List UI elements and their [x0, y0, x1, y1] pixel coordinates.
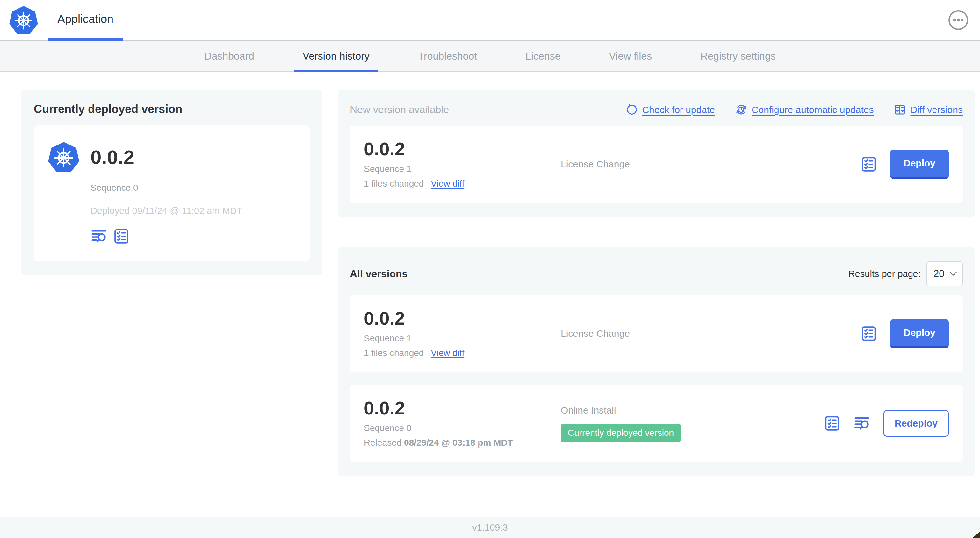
tab-label: Troubleshoot	[418, 50, 477, 62]
diff-versions-link[interactable]: Diff versions	[894, 104, 963, 116]
deploy-button[interactable]: Deploy	[890, 319, 949, 348]
new-version-section: New version available Check for update C…	[338, 90, 975, 217]
files-changed-text: 1 files changed	[364, 179, 424, 189]
version-row: 0.0.2 Sequence 1 1 files changed View di…	[350, 295, 963, 372]
tab-license[interactable]: License	[517, 41, 569, 71]
main-content: Currently deployed version 0.0.2 Sequenc…	[0, 72, 980, 517]
currently-deployed-panel: Currently deployed version 0.0.2 Sequenc…	[21, 90, 323, 275]
versions-column: New version available Check for update C…	[338, 90, 975, 476]
version-config-button[interactable]	[860, 156, 877, 173]
released-prefix: Released	[364, 438, 401, 448]
version-source-block: License Change	[561, 328, 860, 339]
diff-versions-label: Diff versions	[910, 105, 963, 115]
deployed-version-number: 0.0.2	[91, 148, 134, 167]
app-title: Application	[57, 13, 113, 26]
topbar-spacer	[123, 0, 948, 40]
check-for-update-label: Check for update	[642, 105, 714, 115]
version-source: Online Install	[561, 405, 824, 416]
version-config-button[interactable]	[113, 228, 130, 245]
tab-registry-settings[interactable]: Registry settings	[692, 41, 784, 71]
deploy-logs-button[interactable]	[854, 415, 871, 432]
deployed-sequence: Sequence 0	[91, 183, 297, 193]
deployed-version-card: 0.0.2 Sequence 0 Deployed 09/11/24 @ 11:…	[34, 125, 310, 261]
all-versions-section: All versions Results per page: 20 0.0.2 …	[338, 248, 975, 476]
version-source-block: License Change	[561, 159, 860, 170]
tab-troubleshoot[interactable]: Troubleshoot	[410, 41, 485, 71]
version-info: 0.0.2 Sequence 1 1 files changed View di…	[364, 140, 561, 189]
version-source: License Change	[561, 159, 860, 170]
version-source: License Change	[561, 328, 860, 339]
version-sequence: Sequence 1	[364, 333, 561, 343]
files-changed-row: 1 files changed View diff	[364, 348, 561, 358]
version-info: 0.0.2 Sequence 0 Released 08/29/24 @ 03:…	[364, 399, 561, 448]
app-subnav: Dashboard Version history Troubleshoot L…	[0, 41, 980, 72]
console-version: v1.109.3	[472, 522, 508, 533]
tab-label: License	[525, 50, 560, 62]
deployed-version-meta: Sequence 0 Deployed 09/11/24 @ 11:02 am …	[91, 183, 297, 245]
tab-dashboard[interactable]: Dashboard	[196, 41, 262, 71]
version-actions: Deploy	[860, 319, 949, 348]
logs-icon	[91, 228, 108, 245]
tab-view-files[interactable]: View files	[601, 41, 660, 71]
tab-version-history[interactable]: Version history	[294, 41, 378, 71]
kubernetes-logo[interactable]	[9, 5, 38, 35]
version-number: 0.0.2	[364, 140, 561, 158]
clock-refresh-icon	[735, 104, 747, 116]
all-versions-header: All versions Results per page: 20	[350, 261, 963, 286]
checklist-icon	[113, 228, 130, 245]
new-version-title: New version available	[350, 104, 449, 116]
update-actions: Check for update Configure automatic upd…	[626, 104, 963, 116]
diff-icon	[894, 104, 906, 116]
version-info: 0.0.2 Sequence 1 1 files changed View di…	[364, 309, 561, 358]
deployed-version-actions	[91, 228, 297, 245]
tab-label: Dashboard	[204, 50, 254, 62]
check-for-update-link[interactable]: Check for update	[626, 104, 714, 116]
version-actions: Deploy	[860, 150, 949, 179]
top-header: Application	[0, 0, 980, 41]
version-sequence: Sequence 1	[364, 164, 561, 174]
version-sequence: Sequence 0	[364, 423, 561, 433]
tab-label: Version history	[303, 50, 369, 62]
app-footer: v1.109.3	[0, 517, 980, 538]
version-config-button[interactable]	[824, 415, 841, 432]
version-source-block: Online Install Currently deployed versio…	[561, 405, 824, 442]
version-number: 0.0.2	[364, 399, 561, 417]
logs-icon	[854, 415, 871, 432]
checklist-icon	[824, 415, 841, 432]
new-version-header: New version available Check for update C…	[350, 104, 963, 116]
deploy-button[interactable]: Deploy	[890, 150, 949, 179]
ellipsis-menu-icon	[948, 10, 969, 30]
view-diff-link[interactable]: View diff	[431, 348, 464, 358]
tab-label: Registry settings	[700, 50, 776, 62]
configure-automatic-updates-link[interactable]: Configure automatic updates	[735, 104, 874, 116]
app-tab[interactable]: Application	[48, 0, 123, 41]
chevron-down-icon	[950, 271, 957, 276]
refresh-icon	[626, 104, 638, 116]
more-menu-button[interactable]	[948, 10, 969, 30]
currently-deployed-title: Currently deployed version	[34, 103, 310, 116]
files-changed-row: 1 files changed View diff	[364, 179, 561, 189]
version-config-button[interactable]	[860, 325, 877, 342]
kots-admin-page: Application Dashboard Version history Tr…	[0, 0, 980, 538]
results-per-page-select[interactable]: 20	[926, 261, 963, 286]
released-timestamp: Released 08/29/24 @ 03:18 pm MDT	[364, 438, 561, 448]
results-per-page-label: Results per page:	[848, 269, 921, 279]
tab-label: View files	[609, 50, 652, 62]
mouse-cursor-artifact	[972, 532, 980, 538]
released-date: 08/29/24 @ 03:18 pm MDT	[404, 438, 513, 448]
configure-automatic-updates-label: Configure automatic updates	[752, 105, 874, 115]
kubernetes-logo	[48, 141, 80, 174]
deployed-timestamp: Deployed 09/11/24 @ 11:02 am MDT	[91, 206, 297, 216]
version-row: 0.0.2 Sequence 0 Released 08/29/24 @ 03:…	[350, 385, 963, 462]
results-per-page: Results per page: 20	[848, 261, 963, 286]
deploy-logs-button[interactable]	[91, 228, 108, 245]
view-diff-link[interactable]: View diff	[431, 179, 464, 189]
checklist-icon	[860, 156, 877, 173]
version-number: 0.0.2	[364, 309, 561, 328]
all-versions-title: All versions	[350, 268, 407, 280]
currently-deployed-badge: Currently deployed version	[561, 424, 681, 442]
results-per-page-value: 20	[934, 268, 944, 279]
files-changed-text: 1 files changed	[364, 348, 424, 358]
redeploy-button[interactable]: Redeploy	[883, 410, 949, 437]
version-actions: Redeploy	[824, 410, 949, 437]
